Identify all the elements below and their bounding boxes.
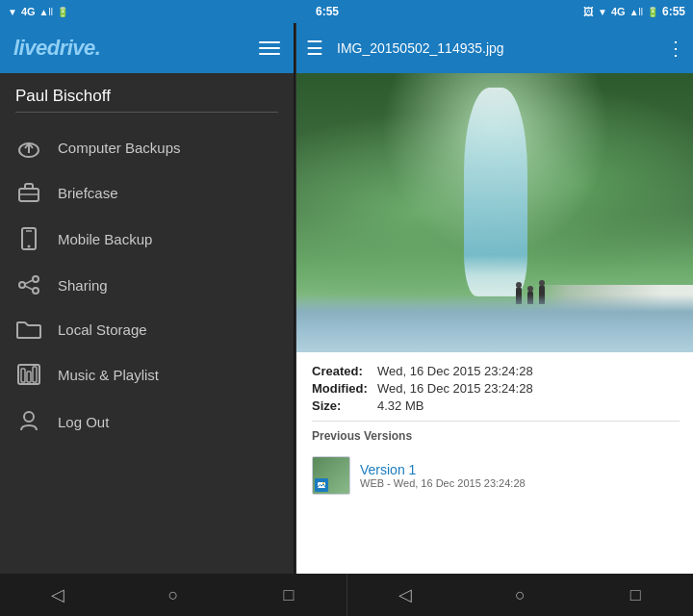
recents-button-right[interactable]: □: [616, 576, 654, 614]
signal-icon-right: ▲ll: [629, 7, 643, 17]
left-time: 6:55: [316, 5, 339, 18]
sidebar-item-label-sharing: Sharing: [58, 277, 108, 294]
created-label: Created:: [312, 364, 377, 378]
sidebar-item-computer-backups[interactable]: Computer Backups: [0, 124, 294, 170]
right-panel-menu-icon[interactable]: ☰: [306, 37, 323, 60]
right-header: ☰ IMG_20150502_114935.jpg ⋮: [296, 23, 693, 73]
svg-point-5: [28, 245, 31, 248]
main-content: livedrive. Paul Bischoff: [0, 23, 693, 574]
modified-value: Wed, 16 Dec 2015 23:24:28: [377, 381, 533, 396]
right-time: 6:55: [662, 5, 685, 18]
right-status-icons: 🖼 ▼ 4G ▲ll 🔋: [583, 6, 658, 17]
network-label-right: 4G: [611, 6, 626, 17]
share-icon: [15, 275, 42, 295]
svg-point-7: [33, 276, 38, 282]
back-button-left[interactable]: ◁: [38, 576, 77, 614]
right-panel: ☰ IMG_20150502_114935.jpg ⋮: [295, 23, 693, 574]
menu-button[interactable]: [259, 41, 280, 55]
left-bottom-nav: ◁ ○ □: [0, 574, 346, 616]
svg-rect-14: [27, 372, 31, 382]
sidebar-item-log-out[interactable]: Log Out: [0, 398, 294, 446]
svg-line-11: [25, 286, 33, 290]
version-name: Version 1: [360, 462, 680, 477]
image-preview: [296, 73, 693, 352]
waterfall-image: [296, 73, 693, 352]
sidebar-item-sharing[interactable]: Sharing: [0, 263, 294, 307]
status-row: ▼ 4G ▲ll 🔋 6:55 🖼 ▼ 4G ▲ll 🔋 6:55: [0, 0, 693, 23]
svg-line-10: [25, 280, 33, 284]
left-status-icons: ▼ 4G ▲ll 🔋: [8, 6, 68, 17]
app-logo: livedrive.: [13, 36, 100, 61]
home-button-right[interactable]: ○: [500, 576, 539, 614]
battery-icon: 🔋: [57, 7, 68, 17]
home-button-left[interactable]: ○: [154, 576, 192, 614]
sidebar-item-music-playlist[interactable]: Music & Playlist: [0, 351, 294, 398]
version-item-1[interactable]: Version 1 WEB - Wed, 16 Dec 2015 23:24:2…: [312, 450, 680, 500]
left-panel: livedrive. Paul Bischoff: [0, 23, 294, 574]
more-options-button[interactable]: ⋮: [666, 38, 685, 58]
person-3: [539, 285, 545, 304]
mobile-icon: [15, 227, 42, 250]
size-label: Size:: [312, 398, 377, 413]
signal-icon: ▲ll: [39, 7, 53, 17]
music-icon: [15, 364, 42, 385]
briefcase-icon: [15, 183, 42, 202]
sidebar-item-label-local-storage: Local Storage: [58, 321, 147, 338]
sidebar-item-label-computer-backups: Computer Backups: [58, 140, 181, 156]
recents-button-left[interactable]: □: [270, 576, 308, 614]
cloud-upload-icon: [15, 137, 42, 158]
folder-icon: [15, 320, 42, 339]
wifi-icon-right: ▼: [598, 7, 607, 17]
network-label: 4G: [21, 6, 36, 17]
svg-point-16: [24, 412, 34, 422]
logout-icon: [15, 410, 42, 433]
back-button-right[interactable]: ◁: [386, 576, 424, 614]
version-details: Version 1 WEB - Wed, 16 Dec 2015 23:24:2…: [360, 462, 680, 489]
left-status-bar: ▼ 4G ▲ll 🔋 6:55: [0, 0, 346, 23]
info-divider: [312, 421, 680, 422]
sidebar-item-label-log-out: Log Out: [58, 414, 109, 430]
hamburger-line-2: [259, 47, 280, 49]
bridge-overlay: [535, 285, 693, 323]
svg-point-19: [322, 482, 324, 484]
sidebar-item-local-storage[interactable]: Local Storage: [0, 307, 294, 351]
right-status-bar: 🖼 ▼ 4G ▲ll 🔋 6:55: [346, 0, 693, 23]
created-row: Created: Wed, 16 Dec 2015 23:24:28: [312, 364, 680, 378]
size-row: Size: 4.32 MB: [312, 398, 680, 413]
sidebar-item-label-mobile-backup: Mobile Backup: [58, 231, 152, 247]
svg-rect-13: [21, 369, 25, 382]
prev-versions-heading: Previous Versions: [312, 429, 680, 443]
preview-area[interactable]: Created: Wed, 16 Dec 2015 23:24:28 Modif…: [296, 73, 693, 574]
hamburger-line-3: [259, 53, 280, 55]
wifi-icon: ▼: [8, 7, 17, 17]
hamburger-line-1: [259, 41, 280, 43]
file-title: IMG_20150502_114935.jpg: [337, 40, 656, 56]
person-1: [516, 287, 522, 304]
svg-point-9: [33, 288, 38, 294]
image-icon-status: 🖼: [583, 6, 594, 17]
modified-label: Modified:: [312, 381, 377, 396]
bottom-nav-row: ◁ ○ □ ◁ ○ □: [0, 574, 693, 616]
version-thumbnail: [312, 456, 350, 495]
sidebar-item-mobile-backup[interactable]: Mobile Backup: [0, 215, 294, 263]
user-name: Paul Bischoff: [15, 87, 278, 106]
version-img-icon: [315, 478, 328, 492]
right-bottom-nav: ◁ ○ □: [346, 574, 693, 616]
person-2: [527, 291, 533, 304]
user-section: Paul Bischoff: [0, 73, 294, 120]
user-divider: [15, 112, 278, 113]
sidebar-item-label-music-playlist: Music & Playlist: [58, 367, 159, 383]
size-value: 4.32 MB: [377, 398, 424, 413]
version-sub: WEB - Wed, 16 Dec 2015 23:24:28: [360, 477, 680, 489]
file-info-section: Created: Wed, 16 Dec 2015 23:24:28 Modif…: [296, 352, 693, 512]
battery-icon-right: 🔋: [647, 7, 658, 17]
svg-rect-15: [33, 367, 37, 382]
svg-point-8: [19, 282, 25, 288]
sidebar-item-label-briefcase: Briefcase: [58, 185, 118, 201]
sidebar-item-briefcase[interactable]: Briefcase: [0, 170, 294, 215]
created-value: Wed, 16 Dec 2015 23:24:28: [377, 364, 533, 378]
nav-list: Computer Backups Briefcase: [0, 120, 294, 574]
modified-row: Modified: Wed, 16 Dec 2015 23:24:28: [312, 381, 680, 396]
left-header: livedrive.: [0, 23, 294, 73]
people-overlay: [516, 285, 545, 304]
